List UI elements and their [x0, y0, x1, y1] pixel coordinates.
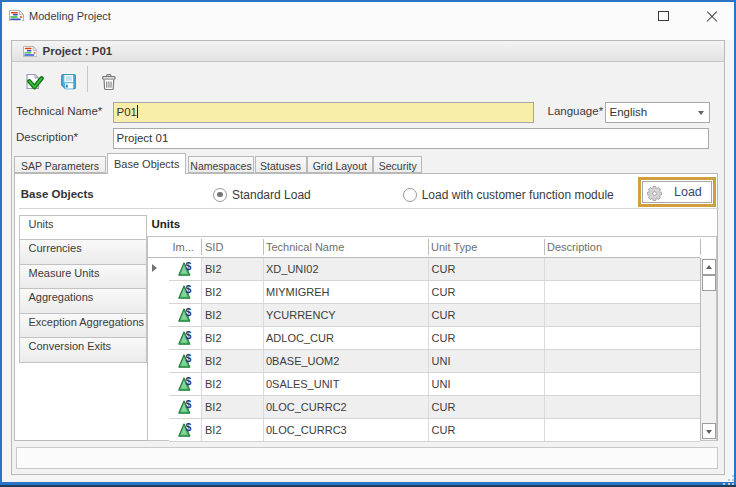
svg-text:$: $ — [186, 351, 192, 363]
svg-text:$: $ — [186, 397, 192, 409]
svg-text:$: $ — [186, 328, 192, 340]
svg-text:$: $ — [186, 420, 192, 432]
svg-text:$: $ — [186, 305, 192, 317]
svg-text:$: $ — [186, 282, 192, 294]
svg-text:$: $ — [186, 259, 192, 271]
svg-text:$: $ — [186, 374, 192, 386]
